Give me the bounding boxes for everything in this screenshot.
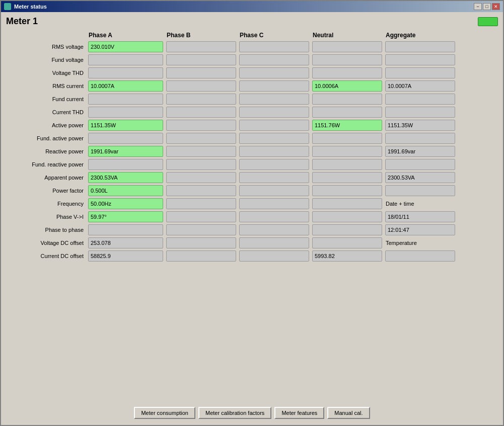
- cell-phase-a: [88, 94, 163, 105]
- col-phase-c: Phase C: [238, 31, 311, 40]
- table-row: Fund voltage: [6, 54, 498, 66]
- app-icon: [4, 3, 11, 10]
- cell-phase-a: [88, 133, 163, 144]
- cell-aggregate: 10.0007A: [385, 80, 455, 92]
- cell-phase-b: [166, 94, 236, 105]
- meter-features-button[interactable]: Meter features: [274, 407, 324, 419]
- cell-neutral: [312, 146, 382, 157]
- cell-aggregate: [385, 41, 455, 52]
- row-label: Power factor: [6, 188, 87, 194]
- cell-neutral: [312, 211, 382, 222]
- cell-phase-c: [239, 159, 309, 170]
- table-row: Voltage DC offset253.078Temperature: [6, 237, 498, 249]
- cell-aggregate: [385, 250, 455, 262]
- cell-phase-c: [239, 54, 309, 65]
- cell-neutral: [312, 198, 382, 209]
- cell-phase-a: 2300.53VA: [88, 172, 163, 183]
- cell-phase-c: [239, 67, 309, 78]
- table-row: Current DC offset58825.95993.82: [6, 250, 498, 262]
- cell-phase-c: [239, 172, 309, 183]
- cell-phase-c: [239, 250, 309, 262]
- cell-phase-a: [88, 107, 163, 118]
- cell-phase-b: [166, 237, 236, 248]
- row-label: Voltage DC offset: [6, 240, 87, 246]
- window-controls: − □ ✕: [474, 3, 500, 10]
- cell-phase-c: [239, 185, 309, 196]
- cell-aggregate: [385, 133, 455, 144]
- cell-aggregate: [385, 54, 455, 65]
- row-label: Frequency: [6, 201, 87, 207]
- cell-phase-b: [166, 107, 236, 118]
- maximize-button[interactable]: □: [483, 3, 491, 10]
- cell-phase-c: [239, 107, 309, 118]
- table-row: Fund. reactive power: [6, 158, 498, 171]
- table-row: Voltage THD: [6, 67, 498, 79]
- cell-aggregate: 1151.35W: [385, 120, 455, 131]
- cell-phase-a: 59.97°: [88, 211, 163, 222]
- table-row: Phase to phase12:01:47: [6, 224, 498, 236]
- close-button[interactable]: ✕: [492, 3, 500, 10]
- cell-neutral: [312, 159, 382, 170]
- col-phase-b: Phase B: [165, 31, 238, 40]
- meter-consumption-button[interactable]: Meter consumption: [134, 407, 195, 419]
- cell-aggregate: 1991.69var: [385, 146, 455, 157]
- main-window: Meter status − □ ✕ Meter 1 Phase A Phase…: [0, 0, 504, 426]
- meter-calibration-button[interactable]: Meter calibration factors: [198, 407, 271, 419]
- cell-neutral: [312, 107, 382, 118]
- row-label: Current DC offset: [6, 253, 87, 259]
- table-row: Active power1151.35W1151.76W1151.35W: [6, 119, 498, 131]
- title-bar: Meter status − □ ✕: [1, 1, 503, 12]
- cell-phase-b: [166, 198, 236, 209]
- cell-phase-c: [239, 237, 309, 248]
- cell-phase-c: [239, 120, 309, 131]
- row-label: RMS current: [6, 83, 87, 89]
- column-headers: Phase A Phase B Phase C Neutral Aggregat…: [6, 31, 498, 40]
- table-row: RMS current10.0007A10.0006A10.0007A: [6, 80, 498, 92]
- aggregate-label: Temperature: [384, 239, 457, 247]
- cell-aggregate: [385, 185, 455, 196]
- cell-phase-b: [166, 54, 236, 65]
- table-row: Fund current: [6, 93, 498, 105]
- cell-phase-c: [239, 80, 309, 92]
- cell-neutral: [312, 224, 382, 235]
- meter-title: Meter 1: [6, 16, 38, 27]
- cell-phase-c: [239, 133, 309, 144]
- cell-phase-a: [88, 54, 163, 65]
- cell-neutral: 1151.76W: [312, 120, 382, 131]
- cell-phase-c: [239, 41, 309, 52]
- table-row: Fund. active power: [6, 132, 498, 144]
- cell-aggregate: 2300.53VA: [385, 172, 455, 183]
- cell-phase-b: [166, 120, 236, 131]
- cell-phase-a: 230.010V: [88, 41, 163, 52]
- cell-phase-a: 1151.35W: [88, 120, 163, 131]
- row-label: Reactive power: [6, 148, 87, 154]
- cell-neutral: [312, 185, 382, 196]
- manual-cal-button[interactable]: Manual cal.: [327, 407, 370, 419]
- row-label: Phase V->I: [6, 214, 87, 220]
- table-row: Phase V->I59.97°18/01/11: [6, 211, 498, 223]
- cell-neutral: [312, 54, 382, 65]
- cell-phase-b: [166, 133, 236, 144]
- main-content: Meter 1 Phase A Phase B Phase C Neutral …: [1, 12, 503, 425]
- cell-neutral: [312, 94, 382, 105]
- cell-neutral: 10.0006A: [312, 80, 382, 92]
- cell-phase-b: [166, 146, 236, 157]
- row-label: Active power: [6, 122, 87, 128]
- table-row: Frequency50.00HzDate + time: [6, 198, 498, 210]
- row-label: Fund. active power: [6, 135, 87, 141]
- cell-aggregate: 18/01/11: [385, 211, 455, 222]
- cell-aggregate: [385, 159, 455, 170]
- cell-phase-a: [88, 224, 163, 235]
- window-title: Meter status: [14, 4, 47, 10]
- cell-phase-b: [166, 185, 236, 196]
- data-grid: Phase A Phase B Phase C Neutral Aggregat…: [6, 31, 498, 404]
- cell-phase-b: [166, 67, 236, 78]
- cell-aggregate: [385, 67, 455, 78]
- col-aggregate: Aggregate: [384, 31, 457, 40]
- minimize-button[interactable]: −: [474, 3, 482, 10]
- cell-neutral: [312, 133, 382, 144]
- row-label: Current THD: [6, 109, 87, 115]
- cell-phase-b: [166, 41, 236, 52]
- table-row: Power factor0.500L: [6, 185, 498, 197]
- aggregate-label: Date + time: [384, 200, 457, 208]
